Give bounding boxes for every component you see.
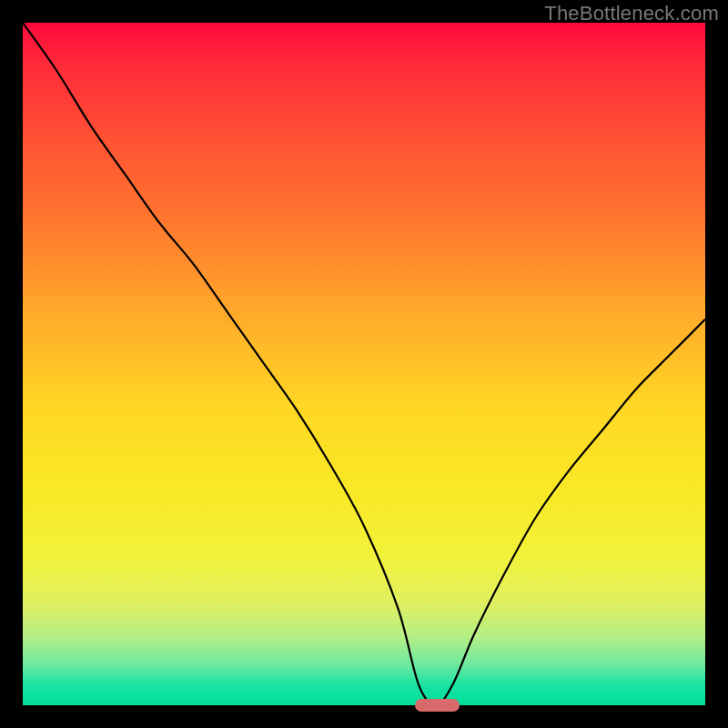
chart-frame: TheBottleneck.com xyxy=(0,0,728,728)
optimum-marker xyxy=(415,699,460,712)
bottleneck-curve xyxy=(23,23,705,705)
plot-area xyxy=(23,23,705,705)
watermark-text: TheBottleneck.com xyxy=(544,2,719,25)
